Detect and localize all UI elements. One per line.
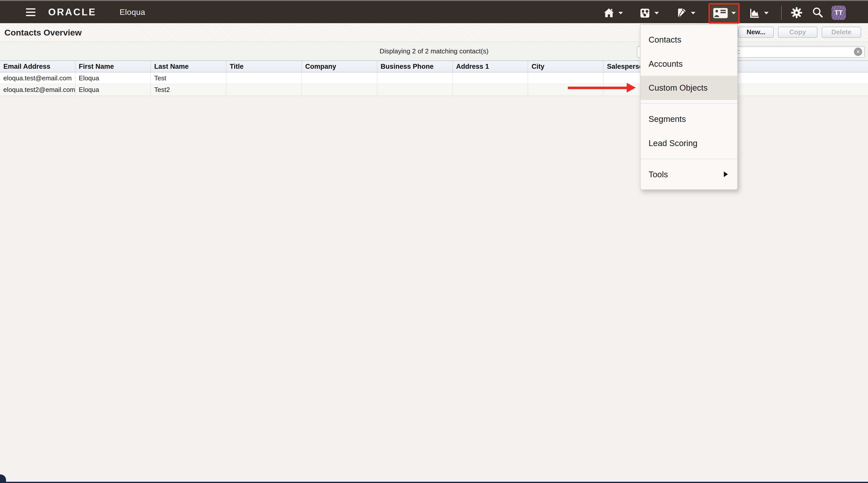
cell-company [302,73,377,84]
menu-item-custom-objects[interactable]: Custom Objects [641,76,737,100]
annotation-arrow-head [627,83,636,92]
bottom-left-corner [0,475,6,483]
cell-email: eloqua.test@email.com [0,73,75,84]
menu-divider [641,159,737,159]
gear-icon [790,6,803,19]
cell-title [226,84,302,95]
column-header-business-phone[interactable]: Business Phone [377,61,453,72]
chevron-down-icon [732,12,736,15]
column-header-title[interactable]: Title [226,61,302,72]
analytics-chart-icon [748,7,761,19]
cell-address1 [453,84,528,95]
search-text-fragment: : [738,48,740,55]
nav-audience-button[interactable] [713,4,736,23]
delete-button: Delete [822,27,861,38]
cell-email: eloqua.test2@email.com [0,84,75,95]
page-title: Contacts Overview [4,23,82,42]
menu-item-accounts[interactable]: Accounts [641,52,737,76]
chevron-down-icon [764,12,769,15]
top-navigation-bar: ORACLE Eloqua [0,0,868,23]
nav-analytics-button[interactable] [748,4,769,23]
cell-city [528,84,603,95]
cell-company [302,84,377,95]
table-row[interactable]: eloqua.test@email.com Eloqua Test [0,73,868,84]
cell-first-name: Eloqua [75,73,151,84]
column-header-last-name[interactable]: Last Name [151,61,226,72]
cell-last-name: Test2 [151,84,226,95]
assets-pencil-icon [676,7,688,19]
product-name: Eloqua [120,1,145,23]
settings-button[interactable] [790,5,803,20]
home-icon [603,7,615,19]
hamburger-menu-icon[interactable] [26,8,35,17]
submenu-arrow-icon [724,171,728,177]
table-header-row: Email Address First Name Last Name Title… [0,60,868,73]
oracle-logo: ORACLE [48,1,96,23]
search-icon [811,6,824,19]
column-header-first-name[interactable]: First Name [75,61,151,72]
orchestration-icon [639,7,651,19]
chevron-down-icon [654,12,659,15]
cell-last-name: Test [151,73,226,84]
table-row[interactable]: eloqua.test2@email.com Eloqua Test2 [0,84,868,96]
cell-title [226,73,302,84]
eloqua-app: ORACLE Eloqua [0,0,868,483]
column-header-address1[interactable]: Address 1 [453,61,528,72]
audience-card-icon [713,7,728,19]
topbar-divider [781,6,782,20]
cell-city [528,73,603,84]
chevron-down-icon [691,12,695,15]
nav-assets-button[interactable] [676,4,696,23]
menu-item-label: Tools [649,170,668,179]
column-header-email[interactable]: Email Address [0,61,75,72]
column-header-city[interactable]: City [528,61,603,72]
cell-first-name: Eloqua [75,84,151,95]
nav-home-button[interactable] [603,4,623,23]
cell-business-phone [377,84,453,95]
copy-button: Copy [778,27,817,38]
annotation-arrow-shaft [568,87,628,89]
menu-item-contacts[interactable]: Contacts [641,28,737,52]
new-button[interactable]: New... [738,27,774,38]
column-header-company[interactable]: Company [302,61,377,72]
nav-orchestration-button[interactable] [639,4,659,23]
contacts-table: Email Address First Name Last Name Title… [0,60,868,96]
user-avatar[interactable]: TT [832,5,846,20]
menu-item-lead-scoring[interactable]: Lead Scoring [641,131,737,155]
global-search-button[interactable] [811,5,825,20]
menu-item-segments[interactable]: Segments [641,107,737,131]
bottom-window-edge [0,482,868,483]
cell-address1 [453,73,528,84]
cell-business-phone [377,73,453,84]
menu-divider [641,103,737,104]
menu-item-tools[interactable]: Tools [641,163,737,187]
audience-dropdown-menu: Contacts Accounts Custom Objects Segment… [640,24,738,190]
page-header: Contacts Overview New... Copy Delete [0,23,868,42]
chevron-down-icon [618,12,623,15]
